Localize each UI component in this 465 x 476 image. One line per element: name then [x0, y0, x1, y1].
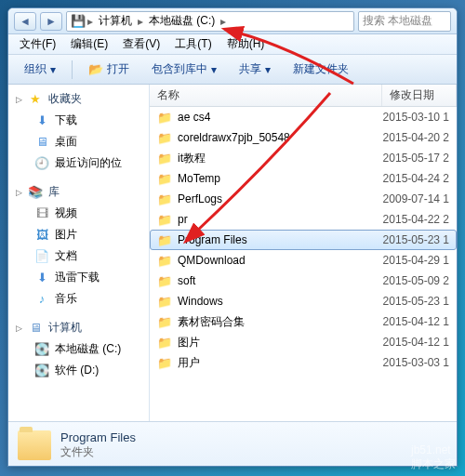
nav-favorites[interactable]: ▷★收藏夹	[8, 88, 149, 110]
folder-icon: 📁	[157, 130, 172, 145]
file-name: MoTemp	[178, 172, 383, 185]
file-list-pane: 名称 修改日期 📁ae cs42015-03-10 1📁coreldrawx7p…	[150, 85, 457, 421]
open-button[interactable]: 📂打开	[78, 57, 140, 82]
file-name: soft	[178, 274, 383, 287]
table-row[interactable]: 📁QMDownload2015-04-29 1	[150, 250, 457, 271]
watermark: jb51.net 脚本之家	[411, 443, 456, 472]
column-name[interactable]: 名称	[150, 85, 382, 106]
column-headers: 名称 修改日期	[150, 85, 457, 107]
picture-icon: 🖼	[34, 228, 49, 243]
details-pane: Program Files 文件夹	[8, 421, 457, 467]
forward-button[interactable]: ►	[40, 12, 62, 31]
file-date: 2015-04-29 1	[383, 254, 449, 267]
nav-libraries[interactable]: ▷📚库	[8, 181, 149, 203]
file-date: 2015-04-22 2	[383, 213, 449, 226]
breadcrumb-drive[interactable]: 本地磁盘 (C:)	[145, 13, 219, 29]
nav-drive-d[interactable]: 💽软件 (D:)	[8, 360, 149, 381]
star-icon: ★	[28, 92, 43, 107]
share-button[interactable]: 共享 ▾	[229, 57, 281, 82]
new-folder-button[interactable]: 新建文件夹	[283, 57, 359, 82]
file-name: pr	[178, 213, 383, 226]
column-date[interactable]: 修改日期	[382, 85, 457, 106]
table-row[interactable]: 📁素材密码合集2015-04-12 1	[150, 311, 457, 332]
menu-bar: 文件(F) 编辑(E) 查看(V) 工具(T) 帮助(H)	[8, 34, 457, 55]
folder-icon: 📁	[157, 151, 172, 165]
nav-downloads[interactable]: ⬇下载	[8, 110, 149, 131]
details-type: 文件夹	[60, 444, 136, 460]
menu-file[interactable]: 文件(F)	[12, 34, 63, 54]
nav-pictures[interactable]: 🖼图片	[8, 224, 149, 245]
folder-icon: 📁	[157, 171, 172, 186]
file-name: PerfLogs	[178, 192, 383, 205]
table-row[interactable]: 📁MoTemp2015-04-24 2	[150, 168, 457, 189]
menu-tools[interactable]: 工具(T)	[167, 34, 219, 54]
table-row[interactable]: 📁用户2015-03-03 1	[150, 352, 457, 373]
table-row[interactable]: 📁ae cs42015-03-10 1	[150, 107, 457, 127]
nav-drive-c[interactable]: 💽本地磁盘 (C:)	[8, 338, 149, 360]
menu-edit[interactable]: 编辑(E)	[63, 34, 115, 54]
menu-help[interactable]: 帮助(H)	[219, 34, 272, 54]
file-name: 图片	[178, 335, 383, 350]
folder-icon: 📁	[157, 253, 172, 268]
drive-icon: 💽	[34, 364, 49, 378]
table-row[interactable]: 📁Windows2015-05-23 1	[150, 291, 457, 311]
folder-open-icon: 📂	[88, 62, 103, 77]
nav-thunder[interactable]: ⬇迅雷下载	[8, 267, 149, 288]
explorer-window: ◄ ► 💾 ▸ 计算机 ▸ 本地磁盘 (C:) ▸ 搜索 本地磁盘 文件(F) …	[7, 7, 458, 467]
organize-button[interactable]: 组织 ▾	[14, 57, 66, 82]
folder-icon: 📁	[157, 192, 172, 206]
folder-icon: 📁	[157, 335, 172, 350]
file-name: Program Files	[178, 233, 383, 246]
toolbar: 组织 ▾ 📂打开 包含到库中 ▾ 共享 ▾ 新建文件夹	[8, 55, 457, 85]
back-button[interactable]: ◄	[14, 12, 36, 31]
table-row[interactable]: 📁coreldrawx7pjb_505482015-04-20 2	[150, 127, 457, 148]
file-date: 2015-03-10 1	[383, 111, 449, 124]
titlebar: ◄ ► 💾 ▸ 计算机 ▸ 本地磁盘 (C:) ▸ 搜索 本地磁盘	[8, 8, 457, 34]
folder-icon: 📁	[157, 110, 172, 125]
file-date: 2015-05-23 1	[383, 233, 449, 246]
details-name: Program Files	[60, 430, 136, 444]
file-date: 2015-04-12 1	[383, 315, 449, 328]
nav-computer[interactable]: ▷🖥计算机	[8, 317, 149, 338]
folder-icon: 📁	[157, 294, 172, 309]
table-row[interactable]: 📁it教程2015-05-17 2	[150, 148, 457, 168]
search-input[interactable]: 搜索 本地磁盘	[358, 11, 451, 32]
chevron-right-icon: ▸	[138, 15, 143, 28]
recent-icon: 🕘	[34, 156, 49, 171]
folder-icon: 📁	[157, 314, 172, 329]
file-name: Windows	[178, 295, 383, 308]
document-icon: 📄	[34, 249, 49, 264]
nav-desktop[interactable]: 🖥桌面	[8, 131, 149, 152]
nav-music[interactable]: ♪音乐	[8, 288, 149, 310]
address-bar[interactable]: 💾 ▸ 计算机 ▸ 本地磁盘 (C:) ▸	[66, 11, 354, 32]
folder-icon: 📁	[157, 212, 172, 227]
table-row[interactable]: 📁图片2015-04-12 1	[150, 332, 457, 352]
nav-videos[interactable]: 🎞视频	[8, 203, 149, 224]
file-name: 用户	[178, 355, 383, 371]
computer-icon: 🖥	[28, 321, 43, 336]
chevron-right-icon: ▸	[87, 15, 93, 28]
include-button[interactable]: 包含到库中 ▾	[141, 57, 227, 82]
folder-icon: 📁	[157, 273, 172, 288]
table-row[interactable]: 📁soft2015-05-09 2	[150, 271, 457, 291]
folder-icon-large	[18, 430, 51, 460]
table-row[interactable]: 📁Program Files2015-05-23 1	[150, 230, 457, 250]
file-list[interactable]: 📁ae cs42015-03-10 1📁coreldrawx7pjb_50548…	[150, 107, 457, 421]
file-date: 2015-03-03 1	[383, 356, 449, 369]
music-icon: ♪	[34, 292, 49, 307]
file-name: ae cs4	[178, 111, 383, 124]
triangle-icon: ▷	[16, 324, 22, 333]
chevron-right-icon: ▸	[220, 15, 226, 28]
menu-view[interactable]: 查看(V)	[115, 34, 167, 54]
triangle-icon: ▷	[16, 188, 22, 197]
nav-recent[interactable]: 🕘最近访问的位	[8, 152, 149, 174]
file-date: 2009-07-14 1	[383, 192, 449, 205]
table-row[interactable]: 📁PerfLogs2009-07-14 1	[150, 189, 457, 209]
table-row[interactable]: 📁pr2015-04-22 2	[150, 209, 457, 230]
drive-icon: 💽	[34, 342, 49, 357]
library-icon: 📚	[28, 185, 43, 200]
nav-documents[interactable]: 📄文档	[8, 245, 149, 267]
breadcrumb-computer[interactable]: 计算机	[95, 13, 136, 29]
body: ▷★收藏夹 ⬇下载 🖥桌面 🕘最近访问的位 ▷📚库 🎞视频 🖼图片 📄文档 ⬇迅…	[8, 85, 457, 421]
drive-icon: 💾	[71, 14, 86, 29]
